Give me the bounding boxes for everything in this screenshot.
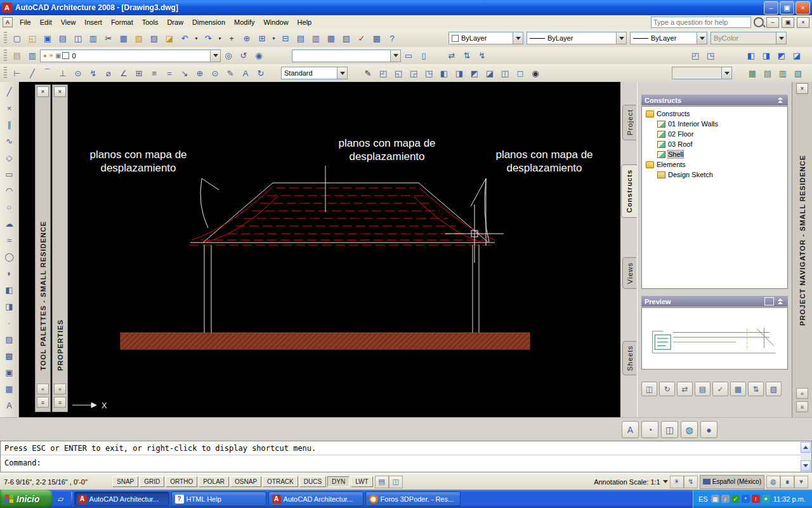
menu-item[interactable]: Modify [230,17,259,28]
minimize-button[interactable]: – [764,1,778,15]
tray-alert-icon[interactable]: ! [752,495,760,503]
dock-icon[interactable]: « [54,384,66,394]
status-toggle[interactable]: DUCS [299,476,326,487]
camera-icon[interactable]: ◉ [528,65,543,81]
save-icon[interactable]: ▣ [40,30,55,46]
status-toggle[interactable]: LWT [351,476,372,487]
taskbar-task[interactable]: ◉ Foros 3DPoder. - Res... [365,491,461,506]
properties-icon[interactable]: ▤ [293,30,308,46]
language-bar[interactable]: Español (México) [700,475,764,489]
layout-space-icon[interactable]: ◫ [389,476,403,488]
tray-volume-icon[interactable]: ♪ [721,495,730,503]
drawing-canvas[interactable]: X planos con mapa dedesplazamiento plano… [19,82,620,417]
tree-item[interactable]: 02 Floor [642,129,787,139]
quickcalc-icon[interactable]: ▩ [369,30,384,46]
polyline-icon[interactable]: ∿ [1,133,18,149]
restore-button[interactable]: ▣ [780,1,794,15]
radius-icon[interactable]: ⊙ [70,65,86,81]
tree-item[interactable]: Design Sketch [642,170,787,180]
view-next-icon[interactable]: ◳ [703,48,718,64]
tree-item[interactable]: 03 Roof [642,139,787,149]
sync-icon[interactable]: ⇅ [748,382,764,396]
close-icon[interactable]: × [54,86,66,97]
close-icon[interactable]: × [796,83,808,94]
cut-icon[interactable]: ✂ [101,30,116,46]
tolerance-icon[interactable]: ⊕ [192,65,207,81]
publish-icon[interactable]: ▧ [766,382,782,396]
qnew-icon[interactable]: ▢ [10,30,25,46]
arc-length-icon[interactable]: ⌒ [40,65,55,81]
menu-item[interactable]: File [15,17,36,28]
tray-display-icon[interactable]: ▦ [711,495,719,503]
refresh-project-icon[interactable]: ↻ [659,382,675,396]
help-icon[interactable]: ? [384,30,400,46]
markup-icon[interactable]: ✓ [354,30,369,46]
command-scrollbar[interactable] [801,442,811,471]
publish-icon[interactable]: ▥ [86,30,101,46]
command-line-window[interactable]: Press ESC or ENTER to exit, or right-cli… [0,441,812,472]
update-icon[interactable]: ⇄ [444,48,459,64]
designcenter-icon[interactable]: ▥ [308,30,324,46]
project-navigator-strip[interactable]: × PROJECT NAVIGATOR - SMALL RESIDENCE « … [792,82,812,417]
tool-palettes-strip[interactable]: × TOOL PALETTES - SMALL RESIDENCE « ≡ [35,84,51,412]
open-icon[interactable]: ◱ [25,30,40,46]
polygon-icon[interactable]: ◇ [1,149,18,166]
menu-item[interactable]: Insert [80,17,107,28]
layer-previous-icon[interactable]: ↺ [236,48,251,64]
annotation-visibility-icon[interactable]: ☀ [670,476,684,488]
palette-menu-icon[interactable]: ≡ [37,397,49,408]
language-indicator[interactable]: ES [698,495,708,503]
toolpalettes-icon[interactable]: ▦ [324,30,339,46]
center-mark-icon[interactable]: ⊙ [207,65,223,81]
workspace-icon-1[interactable]: ▦ [745,65,760,81]
status-toggle[interactable]: POLAR [199,476,229,487]
point-icon[interactable]: · [1,314,18,331]
arc-icon[interactable]: ◠ [1,182,18,199]
leader-icon[interactable]: ↘ [177,65,192,81]
ellipse-arc-icon[interactable]: ◗ [1,265,18,281]
annotation-tool-icon[interactable]: A [622,421,639,438]
toolbar-grip[interactable] [4,67,7,79]
status-toggle[interactable]: ORTHO [166,476,197,487]
diameter-icon[interactable]: ⌀ [101,65,116,81]
view-neiso-icon[interactable]: ◫ [497,65,513,81]
regen-icon[interactable]: ↯ [475,48,490,64]
ordinate-icon[interactable]: ⊥ [55,65,70,81]
lineweight-combo[interactable]: ByLayer [630,32,707,44]
tree-item[interactable]: Elements [642,159,787,170]
angular-icon[interactable]: ∠ [116,65,131,81]
menu-item[interactable]: Dimension [188,17,230,28]
repath-icon[interactable]: ⇄ [677,382,693,396]
close-button[interactable]: × [796,1,810,15]
layer-combo[interactable]: ●☀▣ 0 [40,50,221,62]
taskbar-task[interactable]: ? HTML Help [171,491,266,506]
navigator-tab[interactable]: Views [622,257,636,289]
redo-icon[interactable]: ↷ [200,30,216,46]
view-front-icon[interactable]: ◧ [436,65,452,81]
zoom-realtime-icon[interactable]: ⊕ [239,30,254,46]
menu-item[interactable]: View [56,17,81,28]
tray-messenger-icon[interactable]: ✦ [762,495,770,503]
chevron-down-icon[interactable] [663,480,668,483]
globe-icon[interactable]: ◍ [681,421,698,438]
palette-menu-icon[interactable]: ≡ [54,397,66,408]
mdi-restore-button[interactable]: ▣ [782,17,794,28]
menu-item[interactable]: Tools [138,17,163,28]
layout-icon-3[interactable]: ◩ [774,48,789,64]
spline-icon[interactable]: ≈ [1,232,18,248]
linetype-combo[interactable]: ByLayer [527,32,627,44]
status-toggle[interactable]: DYN [327,476,350,487]
gradient-icon[interactable]: ▩ [1,347,18,364]
ellipse-icon[interactable]: ◯ [1,248,18,265]
layer-isolate-icon[interactable]: ◉ [251,48,266,64]
help-question-input[interactable] [651,17,751,28]
dim-update-icon[interactable]: ↻ [253,65,268,81]
chevron-down-icon[interactable] [390,50,400,62]
view-prev-icon[interactable]: ◰ [688,48,703,64]
navigator-tab[interactable]: Sheets [622,341,636,375]
tray-bluetooth-icon[interactable]: * [742,495,750,503]
redo-arrow-icon[interactable]: ▾ [216,30,224,46]
circle-icon[interactable]: ○ [1,199,18,215]
workspace-icon-3[interactable]: ▥ [775,65,790,81]
dim-edit-icon[interactable]: ✎ [223,65,238,81]
